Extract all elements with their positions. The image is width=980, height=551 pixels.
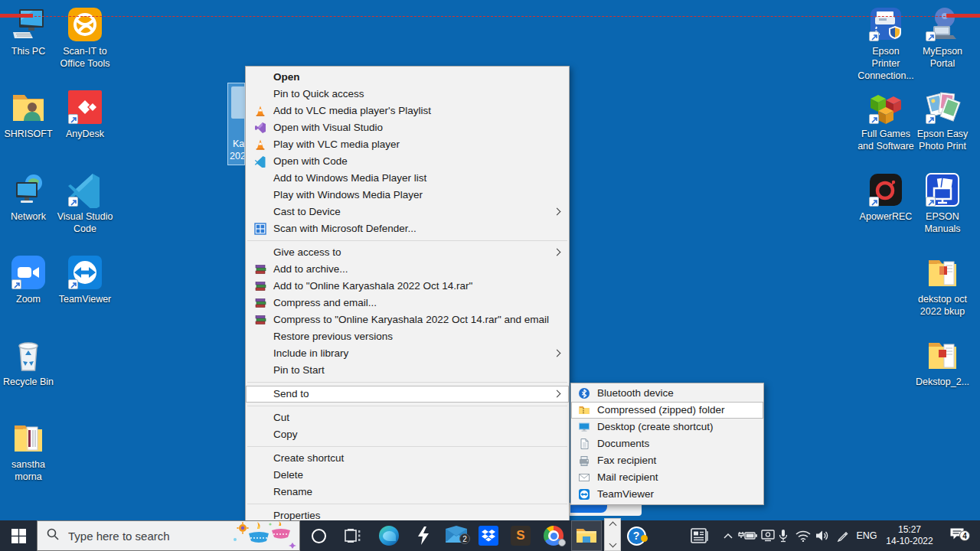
cubes-icon [867, 89, 904, 126]
desktop-icon-sanstha-morna[interactable]: sanstha morna [0, 419, 57, 483]
sendto-documents[interactable]: Documents [571, 435, 763, 452]
desktop-icon-epson-easy-photo[interactable]: Epson Easy Photo Print [914, 89, 971, 152]
desktop-icon-anydesk[interactable]: AnyDesk [57, 89, 113, 140]
send-to-submenu: Bluetooth device Compressed (zipped) fol… [570, 383, 764, 505]
chevron-up-icon [724, 533, 733, 539]
desktop-icon-dekstop-oct[interactable]: dekstop oct 2022 bkup [914, 254, 971, 318]
menu-item-restore-previous[interactable]: Restore previous versions [246, 328, 569, 345]
menu-item-pin-quick-access[interactable]: Pin to Quick access [246, 86, 569, 103]
menu-item-cut[interactable]: Cut [246, 409, 569, 426]
sendto-fax[interactable]: Fax recipient [571, 452, 763, 469]
cortana-button[interactable] [308, 520, 329, 551]
scroll-down-icon[interactable] [609, 540, 616, 548]
menu-item-create-shortcut[interactable]: Create shortcut [246, 450, 569, 467]
news-widget-button[interactable] [688, 520, 712, 551]
lightning-app-button[interactable] [412, 520, 435, 551]
sendto-mail[interactable]: Mail recipient [571, 469, 763, 486]
task-view-button[interactable] [341, 520, 364, 551]
tray-expand-button[interactable] [720, 520, 737, 551]
teamviewer-icon [578, 488, 590, 500]
desktop-icon-recycle-bin[interactable]: Recycle Bin [0, 337, 57, 388]
menu-item-copy[interactable]: Copy [246, 426, 569, 443]
menu-item-compress-email[interactable]: Compress and email... [246, 295, 569, 311]
menu-item-rename[interactable]: Rename [246, 484, 569, 500]
taskbar: 2 S ? [0, 520, 980, 551]
chrome-icon [544, 526, 564, 546]
menu-item-send-to[interactable]: Send to [246, 386, 569, 403]
mail-notification-badge: 2 [459, 533, 470, 544]
submenu-arrow-icon [554, 249, 561, 256]
edge-icon [379, 526, 399, 546]
desktop-icon-network[interactable]: Network [0, 171, 57, 223]
diwali-diya-decoration-icon [232, 521, 296, 550]
speaker-icon [815, 530, 830, 542]
menu-item-open-with-code[interactable]: Open with Code [246, 153, 569, 170]
desktop-icon-vscode[interactable]: Visual Studio Code [57, 171, 113, 235]
scroll-up-icon[interactable] [609, 522, 616, 530]
menu-item-give-access[interactable]: Give access to [246, 244, 569, 261]
chrome-button[interactable] [541, 520, 567, 551]
taskbar-scroll-strip[interactable] [604, 518, 621, 551]
winrar-icon [254, 280, 266, 292]
defender-icon [254, 223, 266, 235]
menu-item-pin-to-start[interactable]: Pin to Start [246, 362, 569, 379]
menu-item-scan-defender[interactable]: Scan with Microsoft Defender... [246, 220, 569, 237]
desktop-icon-shrisoft[interactable]: SHRISOFT [0, 89, 57, 140]
submenu-arrow-icon [554, 208, 561, 216]
battery-charging-icon [738, 530, 758, 541]
microphone-button[interactable] [776, 520, 790, 551]
vscode-icon [67, 171, 103, 208]
menu-item-compress-to-rar-email[interactable]: Compress to "Online Karyashala 2022 Oct … [246, 311, 569, 328]
desktop-icon-zoom[interactable]: Zoom [0, 254, 57, 305]
menu-item-add-wmp-list[interactable]: Add to Windows Media Player list [246, 170, 569, 187]
sendto-zip-folder[interactable]: Compressed (zipped) folder [571, 402, 763, 419]
windows-ink-button[interactable] [835, 520, 851, 551]
menu-item-play-vlc[interactable]: Play with VLC media player [246, 136, 569, 153]
menu-item-add-vlc-playlist[interactable]: Add to VLC media player's Playlist [246, 103, 569, 119]
user-folder-icon [10, 89, 47, 126]
desktop-icon-full-games[interactable]: Full Games and Software [858, 89, 914, 152]
pdf-folder-icon [924, 337, 961, 373]
search-input[interactable] [67, 529, 232, 543]
menu-item-open-visual-studio[interactable]: Open with Visual Studio [246, 119, 569, 136]
edge-button[interactable] [377, 520, 401, 551]
menu-item-open[interactable]: Open [246, 69, 569, 86]
start-button[interactable] [0, 520, 37, 551]
myepson-portal-icon [924, 6, 961, 43]
menu-item-delete[interactable]: Delete [246, 467, 569, 484]
selected-desktop-item-fragment[interactable]: Ka 202 [227, 83, 245, 165]
sendto-bluetooth[interactable]: Bluetooth device [571, 385, 763, 402]
shortcut-arrow-icon [926, 31, 936, 41]
volume-button[interactable] [812, 520, 832, 551]
taskbar-search[interactable] [37, 520, 300, 551]
menu-item-play-wmp[interactable]: Play with Windows Media Player [246, 187, 569, 204]
menu-separator [247, 504, 567, 504]
desktop-icon-dekstop-2[interactable]: Dekstop_2... [914, 337, 971, 388]
sublime-button[interactable]: S [508, 520, 533, 551]
menu-item-add-to-archive[interactable]: Add to archive... [246, 261, 569, 278]
dropbox-button[interactable] [476, 520, 501, 551]
desktop-icon-epson-printer-connection[interactable]: Epson Printer Connection... [858, 6, 914, 82]
mail-button[interactable]: 2 [443, 520, 470, 551]
file-explorer-button[interactable] [571, 520, 602, 551]
action-center-badge: 4 [959, 530, 970, 541]
desktop-icon-apowerrec[interactable]: ApowerREC [858, 171, 914, 223]
sendto-teamviewer[interactable]: TeamViewer [571, 486, 763, 503]
clock[interactable]: 15:27 14-10-2022 [880, 520, 939, 551]
wifi-button[interactable] [793, 520, 813, 551]
clock-date: 14-10-2022 [886, 536, 933, 547]
menu-item-add-to-rar[interactable]: Add to "Online Karyashala 2022 Oct 14.ra… [246, 278, 569, 295]
desktop-icon-teamviewer[interactable]: TeamViewer [57, 254, 113, 305]
language-indicator[interactable]: ENG [853, 520, 880, 551]
anydesk-icon [67, 89, 103, 126]
menu-item-include-in-library[interactable]: Include in library [246, 345, 569, 362]
sendto-desktop-shortcut[interactable]: Desktop (create shortcut) [571, 419, 763, 435]
get-help-button[interactable]: ? [624, 520, 648, 551]
action-center-button[interactable]: 4 [943, 520, 971, 551]
battery-button[interactable] [737, 520, 759, 551]
desktop-icon-epson-manuals[interactable]: EPSON Manuals [914, 171, 971, 235]
vscode-icon [254, 155, 266, 168]
menu-item-cast-to-device[interactable]: Cast to Device [246, 204, 569, 220]
annotation-bar-right [946, 14, 980, 18]
wireless-display-button[interactable] [759, 520, 777, 551]
